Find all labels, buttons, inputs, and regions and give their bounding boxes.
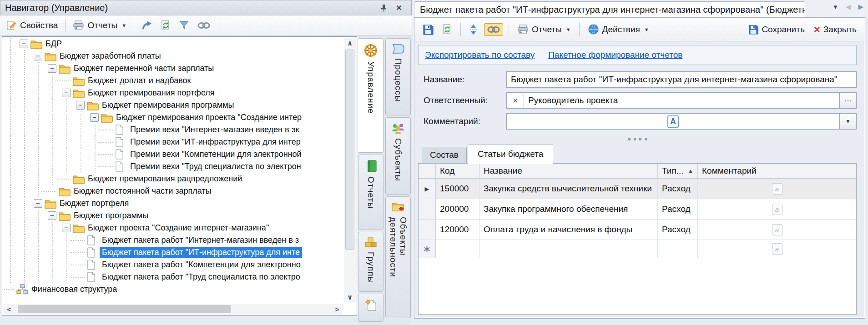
table-row[interactable]: 120000Оплата труда и начисления в фондыР…	[419, 220, 856, 240]
tree-vertical-scrollbar[interactable]: ∧ ∨	[344, 38, 356, 303]
tree-item[interactable]: −Бюджет портфеля	[3, 197, 343, 210]
save-button[interactable]: Сохранить	[746, 23, 807, 36]
tree-item[interactable]: −Бюджет заработной платы	[3, 50, 343, 62]
tree-item[interactable]: −Бюджет переменной части зарплаты	[3, 62, 343, 75]
cell-code-empty[interactable]	[436, 240, 479, 258]
tree-item[interactable]: Бюджет постоянной части зарплаты	[3, 185, 343, 197]
cell-type[interactable]: Расход	[658, 220, 698, 240]
tree-item[interactable]: −Бюджет премирования программы	[3, 99, 343, 111]
tab-new-document[interactable]	[358, 294, 384, 322]
owner-input[interactable]: Руководитель проекта	[524, 92, 840, 109]
refresh-document-button[interactable]	[440, 22, 455, 36]
tree-item[interactable]: Финансовая структура	[3, 283, 343, 295]
table-row[interactable]: ▶150000Закупка средств вычислительной те…	[419, 179, 856, 199]
close-icon[interactable]: ×	[391, 2, 407, 14]
row-selector-cell[interactable]	[419, 199, 436, 219]
go-to-button[interactable]	[139, 18, 156, 32]
column-header-type[interactable]: Тип... ▲	[658, 164, 698, 178]
tab-list-dropdown-icon[interactable]: ▼	[833, 4, 838, 10]
table-new-row[interactable]: ∗a	[419, 240, 856, 258]
tree-collapse-toggle[interactable]: −	[20, 40, 28, 48]
owner-clear-icon[interactable]: ×	[506, 92, 524, 109]
tree-horizontal-scrollbar[interactable]: < >	[3, 304, 343, 315]
link-button[interactable]	[195, 20, 213, 31]
cell-comment[interactable]: a	[698, 199, 856, 219]
row-selector-cell[interactable]	[419, 220, 436, 240]
scroll-down-icon[interactable]: ∨	[344, 292, 356, 303]
vertical-scroll-thumb[interactable]	[345, 50, 354, 250]
tree-collapse-toggle[interactable]: −	[48, 211, 56, 220]
cell-name-empty[interactable]	[479, 240, 658, 258]
tree-collapse-toggle[interactable]: −	[34, 52, 42, 60]
tree-item[interactable]: −Бюджет премирования проекта "Создание и…	[3, 111, 343, 124]
tree-item[interactable]: −Бюджет программы	[3, 210, 343, 222]
reports-button[interactable]: Отчеты ▼	[70, 18, 129, 32]
horizontal-scroll-thumb[interactable]	[18, 305, 231, 313]
tree-collapse-toggle[interactable]: −	[62, 224, 71, 232]
tree-collapse-toggle[interactable]: −	[34, 199, 42, 208]
tree-item[interactable]: −БДР	[3, 38, 343, 50]
tab-scroll-right-icon[interactable]: ▶	[858, 3, 863, 11]
filter-button[interactable]	[176, 18, 192, 32]
tree-item[interactable]: Бюджет пакета работ "ИТ-инфраструктура д…	[3, 246, 343, 259]
expand-collapse-button[interactable]	[466, 22, 480, 37]
cell-code[interactable]: 150000	[436, 179, 479, 199]
name-input[interactable]: Бюджет пакета работ "ИТ-инфраструктура д…	[506, 71, 857, 88]
batch-report-generation-link[interactable]: Пакетное формирование отчетов	[548, 50, 682, 60]
tab-gruppy[interactable]: Группы	[358, 232, 384, 292]
cell-code[interactable]: 200000	[436, 199, 479, 219]
tree-collapse-toggle[interactable]: −	[48, 64, 56, 73]
tab-obekty-deyatelnosti[interactable]: Объекты деятельности	[385, 196, 411, 318]
pin-icon[interactable]	[376, 2, 391, 14]
close-button[interactable]: × Закрыть	[811, 23, 859, 36]
text-editor-icon[interactable]: A	[667, 115, 679, 128]
cell-name[interactable]: Закупка программного обеспечения	[479, 199, 658, 219]
tree-item[interactable]: −Бюджет проекта "Создание интернет-магаз…	[3, 222, 343, 234]
cell-comment-empty[interactable]: a	[698, 240, 856, 258]
tree-item[interactable]: Бюджет пакета работ "Интернет-магазин вв…	[3, 234, 343, 246]
tab-sostav[interactable]: Состав	[422, 147, 467, 163]
column-header-comment[interactable]: Комментарий	[698, 164, 856, 178]
current-row-indicator[interactable]: ▶	[419, 179, 436, 199]
owner-browse-button[interactable]: ···	[839, 92, 857, 109]
tree-item[interactable]: Премии вехи "ИТ-инфраструктура для интер	[3, 136, 343, 148]
tree-item[interactable]: Бюджет доплат и надбавок	[3, 75, 343, 87]
table-row[interactable]: 200000Закупка программного обеспеченияРа…	[419, 199, 856, 220]
comment-badge-icon[interactable]: a	[772, 224, 782, 235]
cell-type[interactable]: Расход	[658, 179, 698, 199]
tab-upravlenie[interactable]: Управление	[358, 38, 384, 153]
tree-collapse-toggle[interactable]: −	[76, 101, 85, 110]
tree-item[interactable]: Премии вехи "Интернет-магазин введен в э…	[3, 124, 343, 136]
tree-item[interactable]: Бюджет пакета работ "Компетенции для эле…	[3, 259, 343, 271]
column-header-code[interactable]: Код	[436, 164, 479, 178]
tree-collapse-toggle[interactable]: −	[90, 113, 99, 122]
link-mode-button[interactable]	[484, 23, 503, 36]
tree-item[interactable]: Премии вехи "Труд специалиста по электро…	[3, 160, 343, 173]
cell-name[interactable]: Оплата труда и начисления в фонды	[479, 220, 658, 240]
cell-comment[interactable]: a	[698, 220, 856, 240]
comment-badge-icon[interactable]: a	[772, 204, 782, 215]
cell-comment[interactable]: a	[698, 179, 856, 199]
cell-name[interactable]: Закупка средств вычислительной техники	[479, 179, 658, 199]
comment-badge-icon[interactable]: a	[772, 243, 782, 255]
comment-dropdown-button[interactable]: ▼	[839, 113, 857, 130]
cell-code[interactable]: 120000	[436, 220, 479, 240]
save-icon-button[interactable]	[420, 22, 436, 37]
actions-button[interactable]: Действия ▼	[585, 22, 652, 37]
document-tab[interactable]: Бюджет пакета работ "ИТ-инфраструктура д…	[414, 1, 805, 17]
properties-button[interactable]: Свойства	[4, 18, 61, 32]
tree-collapse-toggle[interactable]: −	[62, 89, 71, 97]
tree-item[interactable]: Премии вехи "Компетенции для электронной	[3, 148, 343, 160]
tab-processy[interactable]: Процессы	[385, 38, 411, 115]
cell-type-empty[interactable]	[658, 240, 698, 258]
tab-scroll-left-icon[interactable]: ◀	[846, 3, 851, 11]
column-header-name[interactable]: Название	[479, 164, 658, 178]
tab-stati-byudzheta[interactable]: Статьи бюджета	[468, 145, 553, 164]
comment-input[interactable]: A	[506, 113, 840, 130]
editor-reports-button[interactable]: Отчеты ▼	[515, 22, 574, 36]
splitter-handle[interactable]	[418, 134, 857, 144]
refresh-button[interactable]	[158, 18, 173, 32]
tree-item[interactable]: −Бюджет премирования портфеля	[3, 87, 343, 99]
export-by-composition-link[interactable]: Экспортировать по составу	[425, 50, 535, 60]
cell-type[interactable]: Расход	[658, 199, 698, 219]
